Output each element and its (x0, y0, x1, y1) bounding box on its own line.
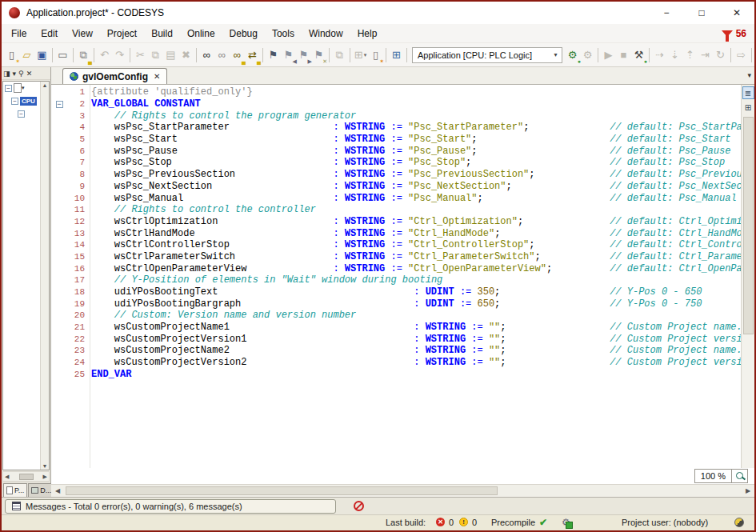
scroll-left-icon[interactable]: ◀ (5, 474, 9, 480)
menu-item-view[interactable]: View (65, 26, 100, 42)
tab-gvloemconfig[interactable]: gvlOemConfig ✕ (62, 68, 167, 84)
menu-item-debug[interactable]: Debug (222, 26, 265, 42)
paste-special-icon[interactable]: ⧉ (332, 47, 347, 62)
precompile-ok-icon: ✔ (539, 517, 547, 528)
paste-icon[interactable]: ▤ (163, 47, 178, 62)
collapse-icon[interactable]: − (18, 110, 25, 118)
stop-icon[interactable]: ■ (616, 47, 631, 62)
step-out-icon[interactable]: ⇡ (682, 47, 698, 62)
start-icon[interactable]: ▶ (601, 47, 616, 62)
tree-horizontal-scrollbar[interactable]: ◀ ▶ (2, 471, 50, 482)
undo-icon[interactable]: ↶ (97, 47, 112, 62)
panel-menu-icon[interactable]: ◨ (3, 70, 10, 78)
zoom-magnifier-icon[interactable] (731, 470, 747, 482)
menu-item-edit[interactable]: Edit (34, 26, 65, 42)
tab-list-dropdown-icon[interactable]: ▾ (747, 71, 751, 79)
clear-bookmarks-icon[interactable]: ⚑✕ (311, 47, 326, 62)
scroll-up-icon[interactable]: ▲ (42, 82, 48, 88)
selected-device-node[interactable]: CPU (20, 97, 37, 106)
tabular-view-button[interactable]: ⊞ (742, 101, 754, 114)
textual-view-button[interactable]: ≣ (742, 86, 754, 99)
menu-item-file[interactable]: File (4, 26, 34, 42)
toolbar-separator (94, 48, 94, 62)
line-number: 25 (67, 370, 88, 379)
panel-dropdown-icon[interactable]: ▾ (13, 70, 17, 78)
scroll-right-icon[interactable]: ▶ (742, 487, 754, 494)
devices-panel-header: ◨ ▾ ⚲ ✕ (2, 67, 50, 80)
warning-icon: ! (459, 518, 468, 526)
scrollbar-thumb[interactable] (743, 117, 754, 334)
code-area[interactable]: 1{attribute 'qualified_only'}−2VAR_GLOBA… (51, 85, 741, 468)
copy-project-icon[interactable]: ⧉▄ (76, 47, 91, 62)
previous-bookmark-icon[interactable]: ⚑◀ (281, 47, 296, 62)
pin-icon[interactable]: ⚲ (18, 70, 24, 78)
forward-icon[interactable]: ⇨ (734, 47, 749, 62)
scrollbar-thumb[interactable] (66, 486, 498, 495)
badge-count: 56 (736, 28, 746, 39)
tree-vertical-scrollbar[interactable]: ▲ ▼ (40, 82, 49, 470)
menu-item-help[interactable]: Help (350, 26, 385, 42)
code-line: 24 wsCustomProjectVersion2 : WSTRING := … (51, 357, 741, 369)
find-in-project-icon[interactable]: ∞▄ (230, 47, 245, 62)
close-button[interactable]: ✕ (719, 2, 754, 24)
copy-icon[interactable]: ⧉ (148, 47, 163, 62)
message-filter-badge[interactable]: 56 (722, 28, 754, 39)
combo-dropdown-icon[interactable]: ▾ (550, 51, 562, 58)
editor-zoom-row: 100 % (51, 468, 754, 484)
run-to-cursor-icon[interactable]: ⇥ (698, 47, 713, 62)
active-application-combo[interactable]: Application [CPU: PLC Logic]▾ (412, 47, 562, 63)
panel-close-icon[interactable]: ✕ (26, 70, 33, 78)
fold-collapse-icon[interactable]: − (56, 101, 63, 108)
replace-in-project-icon[interactable]: ⇄▄ (245, 47, 260, 62)
editor-vertical-scrollbar[interactable] (742, 117, 754, 468)
line-number: 2 (67, 99, 88, 109)
find-next-icon[interactable]: ∞ (214, 47, 230, 62)
print-icon[interactable]: ▭ (55, 47, 70, 62)
scroll-right-icon[interactable]: ▶ (43, 474, 47, 480)
login-icon[interactable]: ⚙● (565, 47, 580, 62)
maximize-button[interactable]: □ (684, 2, 719, 24)
step-over-icon[interactable]: ⇢ (652, 47, 667, 62)
user-management-icon[interactable] (734, 518, 744, 527)
zoom-control[interactable]: 100 % (694, 469, 748, 483)
scroll-left-icon[interactable]: ◀ (51, 487, 64, 494)
collapse-icon[interactable]: − (11, 98, 18, 105)
menu-item-window[interactable]: Window (302, 26, 350, 42)
code-text: wsCtrlOpenParameterView : WSTRING := "Ct… (88, 263, 741, 274)
menu-item-project[interactable]: Project (100, 26, 144, 42)
toggle-bookmark-icon[interactable]: ⚑ (266, 47, 281, 62)
new-object-icon[interactable]: ▯✶ (368, 47, 383, 62)
tab-pous[interactable]: P... (3, 483, 27, 497)
build-icon[interactable]: ⊞ (389, 47, 404, 62)
menu-item-online[interactable]: Online (180, 26, 222, 42)
next-bookmark-icon[interactable]: ⚑▶ (296, 47, 311, 62)
messages-panel-tab[interactable]: Messages - Total 0 error(s), 0 warning(s… (5, 499, 336, 514)
editor-area: gvlOemConfig ✕ ▾ 1{attribute 'qualified_… (51, 67, 754, 497)
open-project-icon[interactable]: ▱ (19, 47, 34, 62)
tab-close-icon[interactable]: ✕ (154, 72, 160, 81)
redo-icon[interactable]: ↷ (112, 47, 127, 62)
reset-icon[interactable]: ↻ (713, 47, 728, 62)
collapse-icon[interactable]: − (5, 85, 12, 92)
online-config-icon[interactable]: ⚒● (631, 47, 646, 62)
app-icon (9, 7, 20, 18)
line-number: 4 (67, 122, 88, 132)
menu-item-build[interactable]: Build (144, 26, 180, 42)
delete-icon[interactable]: ✖ (178, 47, 194, 62)
step-into-icon[interactable]: ⇣ (667, 47, 682, 62)
editor-horizontal-scrollbar[interactable]: ◀ ▶ (51, 484, 754, 497)
code-text: // Custom: Version name and version numb… (88, 310, 356, 321)
copy-project-icon-overlay: ▄ (88, 58, 92, 64)
menu-item-tools[interactable]: Tools (265, 26, 302, 42)
scroll-down-icon[interactable]: ▼ (42, 463, 48, 469)
new-project-icon[interactable]: ▯✶ (4, 47, 19, 62)
find-icon[interactable]: ∞ (199, 47, 214, 62)
save-project-icon[interactable]: ▣ (34, 47, 50, 62)
scrollbar-thumb[interactable] (19, 474, 34, 480)
clear-bookmarks-icon-overlay: ✕ (322, 58, 327, 64)
minimize-button[interactable]: − (649, 2, 684, 24)
cut-icon[interactable]: ✂ (133, 47, 148, 62)
logout-icon[interactable]: ⚙ (580, 47, 595, 62)
edit-declaration-icon[interactable]: ⊞▾ (353, 47, 368, 62)
code-text: wsPsc_PreviousSection : WSTRING := "Psc_… (88, 169, 741, 180)
